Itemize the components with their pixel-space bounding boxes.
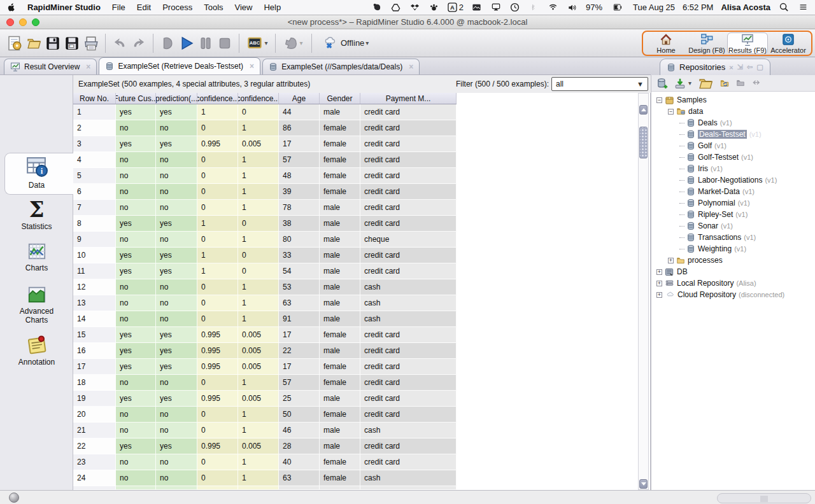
tree-item-samples[interactable]: −Samples <box>651 94 815 106</box>
menubar-user[interactable]: Alisa Acosta <box>721 3 770 12</box>
close-tab-icon[interactable]: × <box>250 62 254 71</box>
table-row[interactable]: 24nono0163femalecash <box>73 470 457 486</box>
open-process-button[interactable] <box>24 33 43 53</box>
view-annotation-button[interactable]: Annotation <box>0 335 73 367</box>
table-row[interactable]: 15yesyes0.9950.00517femalecredit card <box>73 327 457 343</box>
import-button[interactable]: ▾ <box>674 78 691 89</box>
tree-item-cloud-repository[interactable]: +Cloud Repository(disconnected) <box>651 289 815 300</box>
validate-caret-icon[interactable]: ▾ <box>264 39 267 46</box>
sync-icon[interactable] <box>751 79 763 87</box>
expand-icon[interactable]: + <box>668 258 674 263</box>
wiring-caret-icon[interactable]: ▾ <box>299 39 302 46</box>
scroll-down-button[interactable] <box>639 479 648 489</box>
view-charts-button[interactable]: Charts <box>0 242 73 272</box>
panel-close-icon[interactable]: × <box>729 64 733 71</box>
apple-menu-icon[interactable] <box>6 2 16 13</box>
refresh-repository-icon[interactable] <box>719 79 730 88</box>
collapse-icon[interactable]: − <box>656 97 662 103</box>
perspective-accelerator-button[interactable]: Accelerator <box>768 32 809 54</box>
panel-window-icon[interactable]: ▢ <box>756 63 763 71</box>
airplay-icon[interactable] <box>490 3 502 11</box>
save-as-button[interactable]: I <box>62 33 82 53</box>
new-process-button[interactable] <box>5 33 24 53</box>
battery-icon[interactable] <box>610 3 625 11</box>
perspective-results-button[interactable]: Results (F9) <box>727 32 768 54</box>
table-row[interactable]: 7nono0178malecredit card <box>73 200 457 216</box>
tab-result-overview[interactable]: Result Overview × <box>4 59 97 74</box>
run-button[interactable] <box>177 33 196 53</box>
time-machine-icon[interactable] <box>509 3 521 12</box>
close-tab-icon[interactable]: × <box>86 62 90 71</box>
column-header-0[interactable]: Row No. <box>73 93 116 104</box>
close-window-button[interactable] <box>6 18 14 26</box>
table-row[interactable]: 5nono0148femalecredit card <box>73 168 457 184</box>
tree-item-weighting[interactable]: Weighting(v1) <box>651 243 815 255</box>
menu-help[interactable]: Help <box>264 3 281 12</box>
menu-edit[interactable]: Edit <box>137 3 151 12</box>
tree-item-local-repository[interactable]: +Local Repository(Alisa) <box>651 277 815 289</box>
view-advanced-charts-button[interactable]: Advanced Charts <box>0 285 73 325</box>
cloud-caret-icon[interactable]: ▾ <box>365 39 369 46</box>
tree-item-deals-testset[interactable]: Deals-Testset(v1) <box>651 129 815 140</box>
tree-item-transactions[interactable]: Transactions(v1) <box>651 232 815 243</box>
onepassword-icon[interactable]: A 2 <box>448 3 464 12</box>
wiring-button[interactable]: ▾ <box>280 33 307 53</box>
paw-icon[interactable] <box>429 3 440 11</box>
view-data-button[interactable]: i Data <box>0 157 73 190</box>
table-row[interactable]: 12nono0153malecash <box>73 279 457 295</box>
table-row[interactable]: 2nono0186femalecredit card <box>73 120 457 136</box>
pause-button[interactable] <box>196 33 215 53</box>
menu-process[interactable]: Process <box>162 3 192 12</box>
column-header-1[interactable]: Future Cus... <box>116 93 156 104</box>
undo-button[interactable] <box>110 33 129 53</box>
column-header-3[interactable]: confidence... <box>197 93 238 104</box>
expand-icon[interactable]: + <box>656 292 662 298</box>
volume-icon[interactable] <box>567 3 578 12</box>
tree-item-sonar[interactable]: Sonar(v1) <box>651 220 815 232</box>
column-header-6[interactable]: Gender <box>320 93 360 104</box>
menubar-date[interactable]: Tue Aug 25 <box>633 3 675 12</box>
perspective-design-button[interactable]: Design (F8) <box>686 32 727 54</box>
table-row[interactable]: 3yesyes0.9950.00517femalecredit card <box>73 136 457 152</box>
table-row[interactable]: 6nono0139femalecredit card <box>73 184 457 200</box>
evernote-icon[interactable] <box>371 3 383 12</box>
menu-tools[interactable]: Tools <box>204 3 223 12</box>
column-header-4[interactable]: confidence... <box>238 93 279 104</box>
tree-item-processes[interactable]: +processes <box>651 255 815 266</box>
notification-center-icon[interactable] <box>797 3 809 11</box>
expand-icon[interactable]: + <box>656 281 662 286</box>
column-header-2[interactable]: prediction(... <box>156 93 197 104</box>
tree-item-golf[interactable]: Golf(v1) <box>651 140 815 151</box>
redo-button[interactable] <box>129 33 148 53</box>
photos-icon[interactable] <box>471 3 483 12</box>
tree-item-deals[interactable]: Deals(v1) <box>651 117 815 129</box>
table-row[interactable]: 21nono0146malecash <box>73 423 457 438</box>
table-row[interactable]: 22yesyes0.9950.00528malecredit card <box>73 438 457 454</box>
column-header-5[interactable]: Age <box>279 93 320 104</box>
table-row[interactable]: 9nono0180malecheque <box>73 232 457 248</box>
tree-item-data[interactable]: −data <box>651 106 815 117</box>
table-row[interactable]: 13nono0163malecash <box>73 295 457 311</box>
table-row[interactable]: 1yesyes1044malecredit card <box>73 104 457 120</box>
table-row[interactable]: 19yesyes0.9950.00525malecredit card <box>73 391 457 407</box>
collapse-icon[interactable]: − <box>668 109 674 115</box>
filter-dropdown[interactable]: all ▼ <box>551 77 648 91</box>
save-button[interactable] <box>43 33 62 53</box>
tree-item-market-data[interactable]: Market-Data(v1) <box>651 186 815 197</box>
validate-process-button[interactable]: ABC▾ <box>244 33 271 53</box>
open-repository-entry-icon[interactable] <box>698 76 713 90</box>
table-row[interactable]: 11yesyes1054malecredit card <box>73 263 457 279</box>
table-row[interactable]: 17yesyes0.9950.00517femalecredit card <box>73 359 457 375</box>
stop-button[interactable] <box>215 33 234 53</box>
expand-icon[interactable]: + <box>656 269 662 275</box>
menu-file[interactable]: File <box>112 3 125 12</box>
table-row[interactable]: 18nono0157femalecredit card <box>73 375 457 391</box>
table-row[interactable]: 4nono0157femalecredit card <box>73 152 457 168</box>
tab-repositories[interactable]: Repositories × ⇲ ⇦ ▢ <box>660 59 770 75</box>
scrollbar-thumb[interactable] <box>639 127 648 158</box>
menu-app-name[interactable]: RapidMiner Studio <box>27 3 101 12</box>
background-progress-area[interactable] <box>717 493 811 503</box>
perspective-home-button[interactable]: Home <box>646 32 686 54</box>
spotlight-search-icon[interactable] <box>778 3 790 12</box>
view-statistics-button[interactable]: Σ Statistics <box>0 200 73 231</box>
